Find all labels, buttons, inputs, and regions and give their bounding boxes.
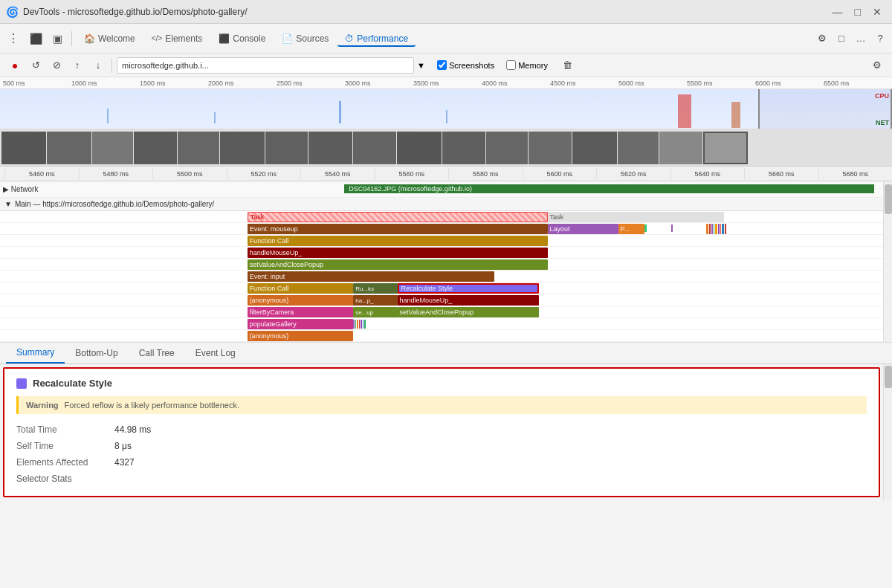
- toolbar-settings-button[interactable]: ⚙: [868, 56, 886, 74]
- settings-gear-button[interactable]: ⚙: [813, 30, 831, 48]
- bar-filterbycamera[interactable]: filterByCamera: [248, 307, 354, 317]
- dock-button[interactable]: □: [833, 30, 850, 48]
- bar-runks[interactable]: Ru...ks: [353, 283, 397, 294]
- maximize-button[interactable]: □: [850, 4, 865, 19]
- bar-recalculate-style[interactable]: Recalculate Style: [398, 283, 539, 294]
- screenshot-thumb[interactable]: [47, 132, 91, 164]
- bar-function-call2[interactable]: Function Call: [248, 283, 354, 294]
- bar-setvalue2[interactable]: setValueAndClosePopup: [398, 307, 539, 317]
- screenshot-thumb[interactable]: [134, 132, 177, 164]
- screenshots-checkbox[interactable]: [437, 60, 447, 70]
- main-thread-header[interactable]: ▼ Main — https://microsoftedge.github.io…: [0, 198, 883, 211]
- memory-checkbox[interactable]: [506, 60, 516, 70]
- bar-setvalue[interactable]: setValueAndClosePopup: [248, 259, 548, 270]
- screenshot-thumb[interactable]: [442, 132, 485, 164]
- bar-paint[interactable]: P...: [618, 224, 645, 234]
- tracks-area: ▶ Network DSC04162.JPG (microsoftedge.gi…: [0, 181, 892, 342]
- screenshot-thumb[interactable]: [178, 132, 219, 164]
- main-tab-bar: ⋮ ⬛ ▣ 🏠 Welcome </> Elements ⬛ Console 📄…: [0, 24, 892, 54]
- memory-label: Memory: [518, 61, 548, 70]
- selector-stats-row[interactable]: Selector Stats: [16, 471, 867, 487]
- tab-event-log[interactable]: Event Log: [185, 343, 246, 364]
- import-button[interactable]: ↑: [68, 56, 86, 74]
- memory-checkbox-group[interactable]: Memory: [506, 60, 548, 70]
- tab-console[interactable]: ⬛ Console: [211, 30, 273, 47]
- summary-color-box: [16, 378, 27, 389]
- tick-2000: 2000 ms: [208, 80, 277, 87]
- clear-button[interactable]: ⊘: [48, 56, 65, 74]
- summary-scrollbar[interactable]: [883, 364, 892, 500]
- tab-toggle[interactable]: ⋮: [3, 30, 24, 47]
- screenshot-thumb[interactable]: [703, 132, 748, 164]
- tab-call-tree[interactable]: Call Tree: [129, 343, 185, 364]
- tick-2500: 2500 ms: [277, 80, 345, 87]
- flame-row-filterbycamera: filterByCamera se...up setValueAndCloseP…: [0, 306, 883, 318]
- tab-welcome[interactable]: 🏠 Welcome: [77, 30, 143, 47]
- devtools-toolbar: ● ↺ ⊘ ↑ ↓ ▼ Screenshots Memory 🗑 ⚙: [0, 54, 892, 77]
- screenshots-checkbox-group[interactable]: Screenshots: [437, 60, 494, 70]
- tab-elements[interactable]: </> Elements: [144, 30, 210, 47]
- flame-row-anonymous2: (anonymous): [0, 330, 883, 342]
- screenshot-thumb[interactable]: [397, 132, 442, 164]
- scrollbar-thumb-summary[interactable]: [885, 366, 892, 388]
- screenshot-thumb[interactable]: [618, 132, 659, 164]
- minimize-button[interactable]: —: [828, 4, 847, 19]
- tab-sources[interactable]: 📄 Sources: [274, 30, 336, 47]
- screenshot-thumb[interactable]: [1, 132, 46, 164]
- screenshot-thumb[interactable]: [486, 132, 528, 164]
- screenshot-thumb[interactable]: [572, 132, 617, 164]
- url-input[interactable]: [117, 57, 414, 74]
- detail-tick-5620: 5620 ms: [596, 169, 670, 179]
- screenshot-thumb[interactable]: [265, 132, 308, 164]
- tick-4000: 4000 ms: [482, 80, 550, 87]
- tick-1500: 1500 ms: [140, 80, 208, 87]
- detail-tick-5480: 5480 ms: [79, 169, 153, 179]
- bar-purple-small: [671, 224, 673, 232]
- screenshot-thumb[interactable]: [529, 132, 572, 164]
- help-button[interactable]: ?: [871, 30, 889, 48]
- bar-handle-mouseup[interactable]: handleMouseUp_: [248, 248, 548, 258]
- tab-dock-side[interactable]: ▣: [48, 31, 67, 46]
- export-button[interactable]: ↓: [89, 56, 107, 74]
- overflow-menu-button[interactable]: …: [852, 30, 870, 48]
- scrollbar-thumb-tracks[interactable]: [885, 184, 892, 214]
- tick-3500: 3500 ms: [413, 80, 482, 87]
- tick-5500: 5500 ms: [687, 80, 755, 87]
- flame-row-functioncall2: Function Call Ru...ks Recalculate Style: [0, 282, 883, 294]
- selection-overlay[interactable]: [758, 89, 892, 129]
- close-button[interactable]: ✕: [868, 4, 886, 19]
- bar-hap[interactable]: ha...p_: [353, 295, 397, 306]
- bar-seup[interactable]: se...up: [353, 307, 397, 317]
- record-button[interactable]: ●: [6, 56, 24, 74]
- bar-mini-cluster: [353, 320, 406, 329]
- url-dropdown[interactable]: ▼: [417, 61, 425, 70]
- tab-undock[interactable]: ⬛: [25, 31, 47, 46]
- tab-bottom-up[interactable]: Bottom-Up: [65, 343, 128, 364]
- bar-task-grey[interactable]: Task: [548, 212, 725, 222]
- bar-event-mouseup[interactable]: Event: mouseup: [248, 224, 548, 234]
- bar-task-striped[interactable]: Task: [248, 212, 548, 222]
- detail-tick-5500: 5500 ms: [152, 169, 227, 179]
- tab-summary[interactable]: Summary: [6, 343, 65, 364]
- screenshot-thumb[interactable]: [659, 132, 702, 164]
- bar-anonymous[interactable]: (anonymous): [248, 295, 354, 306]
- bar-handle2[interactable]: handleMouseUp_: [398, 295, 539, 306]
- bar-anonymous2[interactable]: (anonymous): [248, 331, 354, 341]
- tab-performance[interactable]: ⏱ Performance: [337, 30, 416, 47]
- screenshot-thumb[interactable]: [92, 132, 133, 164]
- bar-function-call[interactable]: Function Call: [248, 236, 548, 246]
- clear-recordings-button[interactable]: 🗑: [560, 58, 575, 72]
- detail-ruler: 5460 ms 5480 ms 5500 ms 5520 ms 5540 ms …: [0, 167, 892, 181]
- tick-4500: 4500 ms: [550, 80, 618, 87]
- bar-event-input[interactable]: Event: input: [248, 271, 495, 282]
- timeline-graph[interactable]: CPU NET: [0, 89, 892, 129]
- screenshot-thumb[interactable]: [220, 132, 265, 164]
- bar-layout[interactable]: Layout: [548, 224, 618, 234]
- bar-populate[interactable]: populateGallery: [248, 319, 354, 329]
- screenshot-thumb[interactable]: [353, 132, 396, 164]
- tracks-scrollbar[interactable]: [883, 181, 892, 342]
- reload-record-button[interactable]: ↺: [27, 56, 45, 74]
- app-icon: 🌀: [6, 6, 19, 18]
- screenshot-thumb[interactable]: [308, 132, 352, 164]
- network-bar[interactable]: DSC04162.JPG (microsoftedge.github.io): [344, 184, 874, 193]
